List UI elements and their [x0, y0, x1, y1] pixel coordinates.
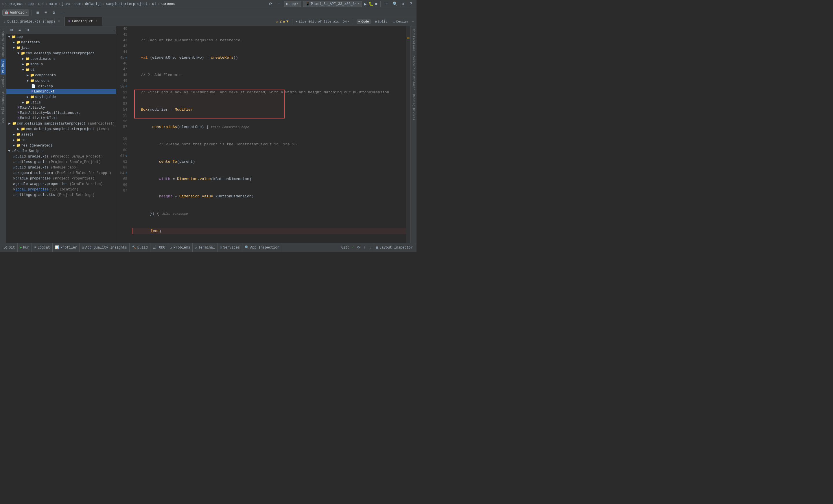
tree-item-coordinators[interactable]: ▶ 📁 coordinators: [6, 56, 116, 61]
resource-manager-tab[interactable]: Resource Manager: [1, 27, 5, 58]
tree-item-proguard[interactable]: ☕ proguard-rules.pro (ProGuard Rules for…: [6, 170, 116, 176]
layout-inspector-item[interactable]: ▦ Layout Inspector: [374, 243, 415, 252]
project-tab[interactable]: Project: [1, 59, 5, 75]
tree-item-app[interactable]: ▼ 📁 app: [6, 34, 116, 40]
ellipsis-menu[interactable]: ⋯: [412, 19, 414, 24]
tree-item-spotless[interactable]: ☕ spotless.gradle (Project: Sample_Proje…: [6, 159, 116, 165]
device-dropdown[interactable]: 📱 Pixel_3a_API_33_x86_64 ▾: [303, 1, 362, 7]
more-actions-icon[interactable]: ⋯: [383, 1, 390, 7]
breadcrumb-item[interactable]: samplestarterproject: [106, 2, 148, 6]
running-devices-tab[interactable]: Running Devices: [411, 93, 415, 122]
breadcrumb-item[interactable]: app: [27, 2, 34, 6]
tab-landing-kt[interactable]: K Landing.kt ×: [65, 17, 102, 26]
pull-requests-tab[interactable]: Pull Requests: [1, 90, 5, 116]
gear-icon-btn[interactable]: ⚙: [50, 9, 57, 16]
warning-up-arrow[interactable]: ▲: [283, 19, 285, 24]
design-view-btn[interactable]: ◫ Design: [391, 19, 409, 24]
git-push-icon[interactable]: ↑: [363, 246, 365, 250]
tree-item-res-generated[interactable]: ▶ 📁 res (generated): [6, 143, 116, 148]
proguard-icon: ☕: [13, 171, 15, 175]
breadcrumb-icon[interactable]: ⋯: [276, 1, 282, 7]
live-edit-button[interactable]: ✦ Live Edit of literals: ON ▾: [296, 20, 350, 23]
android-dropdown[interactable]: 🤖 Android ▾: [2, 9, 29, 16]
split-view-btn[interactable]: ⊟ Split: [373, 19, 389, 24]
tree-item-utils[interactable]: ▶ 📁 utils: [6, 100, 116, 105]
code-editor[interactable]: 40 41 42 43 44 45 ⊙ 46 47 48 49 50 ⊙ 51 …: [116, 26, 410, 243]
app-quality-insights-item[interactable]: ◎ App Quality Insights: [79, 243, 129, 252]
stop-button[interactable]: ■: [375, 2, 377, 6]
tree-item-screens[interactable]: ▼ 📁 screens: [6, 78, 116, 83]
tree-item-components[interactable]: ▶ 📁 components: [6, 73, 116, 78]
code-content[interactable]: // Each of the elements requires a refer…: [131, 26, 410, 243]
tree-item-models[interactable]: ▶ 📁 models: [6, 61, 116, 67]
tree-item-mainactivity[interactable]: K MainActivity: [6, 105, 116, 110]
breadcrumb-item[interactable]: delasign: [85, 2, 102, 6]
breadcrumb-item[interactable]: com: [74, 2, 81, 6]
tab-close-active-btn[interactable]: ×: [95, 19, 99, 23]
tree-item-landing-kt[interactable]: K Landing.kt: [6, 89, 116, 94]
breadcrumb-item[interactable]: main: [49, 2, 57, 6]
tab-build-gradle[interactable]: ☕ build.gradle.kts (:app) ×: [0, 17, 65, 26]
tree-filter-icon[interactable]: ⚙: [24, 27, 31, 33]
terminal-bottom-item[interactable]: ▷ Terminal: [193, 243, 217, 252]
tree-item-build-gradle-project[interactable]: ☕ build.gradle.kts (Project: Sample_Proj…: [6, 154, 116, 159]
tree-item-manifests[interactable]: ▶ 📁 manifests: [6, 40, 116, 45]
run-button[interactable]: ▶: [364, 1, 367, 7]
notifications-tab[interactable]: Notifications: [411, 27, 415, 53]
profiler-bottom-item[interactable]: 📊 Profiler: [53, 243, 80, 252]
tree-item-res[interactable]: ▶ 📁 res: [6, 137, 116, 143]
tree-item-gradle-scripts[interactable]: ▼ ☕ Gradle Scripts: [6, 148, 116, 154]
app-run-dropdown[interactable]: ▶ app ▾: [284, 1, 301, 7]
help-icon[interactable]: ?: [408, 1, 414, 7]
tree-collapse-icon[interactable]: ≡: [16, 27, 23, 33]
run-bottom-item[interactable]: ▶ Run: [18, 243, 32, 252]
tree-item-androidtest[interactable]: ▶ 📁 com.delasign.samplestarterproject (a…: [6, 121, 116, 126]
code-view-btn[interactable]: ≡ Code: [357, 19, 371, 24]
list-icon-btn[interactable]: ≡: [42, 9, 49, 16]
layout-icon-btn[interactable]: ⊞: [34, 9, 41, 16]
tree-item-assets[interactable]: ▶ 📁 assets: [6, 132, 116, 137]
git-pull-icon[interactable]: ↓: [369, 246, 371, 250]
services-bottom-item[interactable]: ⚙ Services: [217, 243, 242, 252]
device-file-explorer-tab[interactable]: Device File Explorer: [411, 54, 415, 92]
tree-item-settings-gradle[interactable]: ☕ settings.gradle.kts (Project Settings): [6, 192, 116, 198]
tree-layout-icon[interactable]: ⊞: [8, 27, 15, 33]
tree-minimize-btn[interactable]: —: [112, 28, 114, 32]
problems-bottom-item[interactable]: ⚠ Problems: [168, 243, 193, 252]
search-icon[interactable]: 🔍: [391, 1, 398, 7]
tab-close-btn[interactable]: ×: [57, 20, 61, 24]
warning-down-arrow[interactable]: ▼: [286, 19, 289, 24]
breadcrumb-item[interactable]: er-project: [2, 2, 23, 6]
code-scroll-container[interactable]: 40 41 42 43 44 45 ⊙ 46 47 48 49 50 ⊙ 51 …: [116, 26, 410, 243]
sync-icon[interactable]: ⟳: [267, 1, 274, 7]
tree-item-build-gradle-module[interactable]: ☕ build.gradle.kts (Module :app): [6, 165, 116, 170]
tree-item-gradle-props[interactable]: ⚙ gradle.properties (Project Properties): [6, 176, 116, 181]
commit-tab[interactable]: Commit: [1, 75, 5, 89]
git-bottom-item[interactable]: ⎇ Git: [1, 243, 18, 252]
tree-item-gitkeep[interactable]: 📄 .gitkeep: [6, 83, 116, 89]
tree-item-com-delasign[interactable]: ▼ 📁 com.delasign.samplestarterproject: [6, 51, 116, 56]
breadcrumb-item[interactable]: screens: [161, 2, 175, 6]
tree-item-test[interactable]: ▶ 📁 com.delasign.samplestarterproject (t…: [6, 126, 116, 132]
todo-bottom-item[interactable]: ☰ TODO: [150, 243, 168, 252]
minimize-btn[interactable]: —: [58, 9, 65, 16]
git-sync-icon[interactable]: ⟳: [357, 245, 360, 250]
tree-item-mainactivity-notifications[interactable]: K MainActivity+Notifications.kt: [6, 110, 116, 116]
app-inspection-item[interactable]: 🔍 App Inspection: [242, 243, 282, 252]
tree-item-local-props[interactable]: ⚙ local.properties (SDK Location): [6, 187, 116, 192]
settings-icon[interactable]: ⚙: [400, 1, 406, 7]
tree-item-styleguide[interactable]: ▶ 📁 styleguide: [6, 94, 116, 100]
logcat-bottom-item[interactable]: ≡ Logcat: [32, 243, 52, 252]
build-bottom-item[interactable]: 🔨 Build: [129, 243, 150, 252]
tree-item-ui[interactable]: ▼ 📁 ui: [6, 67, 116, 73]
tree-item-gradle-wrapper-props[interactable]: ⚙ gradle-wrapper.properties (Gradle Vers…: [6, 181, 116, 187]
debug-button[interactable]: 🐛: [368, 1, 374, 6]
todo-tab[interactable]: TODO: [1, 116, 5, 127]
tree-item-java[interactable]: ▼ 📁 java: [6, 45, 116, 51]
tree-item-mainactivity-ui[interactable]: K MainActivity+UI.kt: [6, 116, 116, 121]
top-breadcrumb-bar: er-project › app › src › main › java › c…: [0, 0, 416, 8]
breadcrumb-item[interactable]: java: [62, 2, 70, 6]
breadcrumb-item[interactable]: src: [38, 2, 45, 6]
warning-badge[interactable]: ⚠ 2 ▲ ▼: [276, 19, 288, 24]
breadcrumb-item[interactable]: ui: [152, 2, 156, 6]
